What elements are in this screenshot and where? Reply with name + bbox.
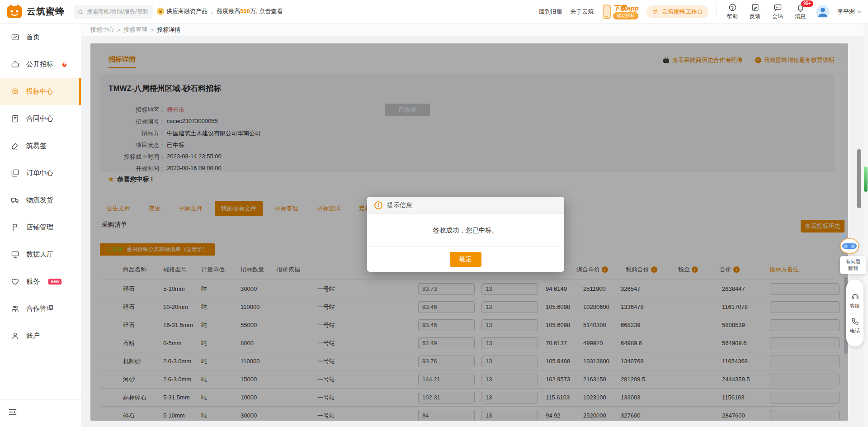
feedback-icon xyxy=(751,3,760,12)
home-icon xyxy=(11,33,19,42)
sidebar-item-heart[interactable]: 服务new xyxy=(0,268,81,295)
search-box[interactable] xyxy=(74,5,153,19)
download-app-label: 下载app xyxy=(613,5,639,12)
sidebar-item-data[interactable]: 数据大厅 xyxy=(0,241,81,268)
sidebar-item-account[interactable]: 账户 xyxy=(0,322,81,349)
swap-icon xyxy=(652,9,659,15)
help-icon xyxy=(728,3,737,12)
sidebar-item-label: 店铺管理 xyxy=(26,223,53,232)
contract-icon xyxy=(11,114,19,123)
user-menu[interactable]: 李平洲 xyxy=(837,8,862,16)
fab-headset[interactable]: 客服 xyxy=(850,292,860,309)
sidebar-item-label: 公开招标 xyxy=(26,60,53,69)
sidebar-item-label: 筑易签 xyxy=(26,142,47,150)
user-name: 李平洲 xyxy=(837,8,855,16)
sidebar-item-briefcase[interactable]: 公开招标 xyxy=(0,51,81,78)
page-scrollbar-track xyxy=(863,24,868,427)
modal-title: 提示信息 xyxy=(387,201,412,209)
sidebar-item-label: 服务 xyxy=(26,277,40,286)
coop-icon xyxy=(11,304,19,313)
assistant-tooltip[interactable]: 有问题 翻我 xyxy=(840,256,866,274)
sidebar-item-label: 合同中心 xyxy=(26,114,53,123)
warning-icon: ! xyxy=(374,201,382,209)
sidebar-item-home[interactable]: 首页 xyxy=(0,24,81,51)
money-icon: ¥ xyxy=(157,8,164,15)
header-right: 回到旧版 关于云筑 下载app 移动投标 云筑蜜蜂工作台 帮助反馈会话消息99+… xyxy=(539,0,862,24)
workspace-label: 云筑蜜蜂工作台 xyxy=(662,8,703,16)
sidebar-item-truck[interactable]: 物流发货 xyxy=(0,186,81,214)
sidebar-item-label: 物流发货 xyxy=(26,196,53,204)
link-old-version[interactable]: 回到旧版 xyxy=(539,8,562,16)
bee-logo-icon xyxy=(6,4,23,19)
header-bell-item[interactable]: 消息99+ xyxy=(792,3,808,20)
mobile-bid-label: 移动投标 xyxy=(613,12,638,19)
unread-badge: 99+ xyxy=(801,0,813,7)
flame-icon xyxy=(61,61,68,68)
sidebar-item-shop[interactable]: 店铺管理 xyxy=(0,214,81,241)
fab-phone[interactable]: 电话 xyxy=(850,317,860,334)
orders-icon xyxy=(11,169,19,177)
breadcrumb: 投标中心>投标管理>投标详情 xyxy=(81,24,868,36)
sidebar-item-target[interactable]: 投标中心 xyxy=(0,78,81,105)
sidebar-item-label: 首页 xyxy=(26,33,40,42)
chevron-down-icon xyxy=(857,10,862,14)
header-divider xyxy=(67,5,67,18)
sidebar-item-label: 账户 xyxy=(26,332,40,340)
header-feedback-item[interactable]: 反馈 xyxy=(747,3,763,20)
mobile-phone-icon xyxy=(601,4,612,19)
data-icon xyxy=(11,250,19,259)
breadcrumb-item[interactable]: 投标中心 xyxy=(90,26,114,34)
header-chat-item[interactable]: 会话 xyxy=(769,3,786,20)
sidebar-item-coop[interactable]: 合作管理 xyxy=(0,295,81,322)
top-header: 云筑蜜蜂 ¥ 供应商融资产品 ， 额度最高500万, 点击查看 回到旧版 关于云… xyxy=(0,0,868,24)
panel-scrollbar-thumb[interactable] xyxy=(857,149,861,208)
shop-icon xyxy=(11,223,19,232)
quick-label: 消息 xyxy=(795,13,806,20)
app: 云筑蜜蜂 ¥ 供应商融资产品 ， 额度最高500万, 点击查看 回到旧版 关于云… xyxy=(0,0,868,427)
avatar[interactable] xyxy=(816,5,830,19)
new-badge: new xyxy=(48,279,61,285)
assistant-bee-mascot[interactable] xyxy=(839,234,861,255)
promo-banner[interactable]: ¥ 供应商融资产品 ， 额度最高500万, 点击查看 xyxy=(157,7,283,15)
sidebar-divider xyxy=(0,399,81,400)
quick-label: 会话 xyxy=(772,13,783,20)
pen-icon xyxy=(11,142,19,150)
sidebar-item-label: 投标中心 xyxy=(26,87,53,96)
headset-icon xyxy=(851,292,859,301)
confirm-button[interactable]: 确定 xyxy=(450,252,481,267)
breadcrumb-item: 投标详情 xyxy=(157,26,180,34)
modal-message: 签收成功，您已中标。 xyxy=(367,214,564,247)
heart-icon xyxy=(11,277,19,286)
header-help-item[interactable]: 帮助 xyxy=(724,3,741,20)
sidebar: 首页公开招标投标中心合同中心筑易签订单中心物流发货店铺管理数据大厅服务new合作… xyxy=(0,24,81,427)
quick-label: 反馈 xyxy=(750,13,760,20)
workspace-button[interactable]: 云筑蜜蜂工作台 xyxy=(646,5,708,18)
download-app-badge[interactable]: 下载app 移动投标 xyxy=(601,2,639,22)
search-icon xyxy=(77,9,84,15)
link-about[interactable]: 关于云筑 xyxy=(570,8,594,16)
truck-icon xyxy=(11,196,19,204)
logo[interactable]: 云筑蜜蜂 xyxy=(6,4,65,19)
target-icon xyxy=(11,87,19,96)
sidebar-item-label: 订单中心 xyxy=(26,169,53,177)
sidebar-item-contract[interactable]: 合同中心 xyxy=(0,105,81,132)
phone-icon xyxy=(851,317,859,326)
prompt-modal: ! 提示信息 签收成功，您已中标。 确定 xyxy=(367,197,564,272)
header-divider xyxy=(716,6,717,18)
promo-text: 供应商融资产品 ， 额度最高500万, 点击查看 xyxy=(166,7,283,15)
sidebar-item-label: 合作管理 xyxy=(26,304,53,313)
contact-fab: 客服电话 xyxy=(846,280,863,346)
collapse-sidebar-icon[interactable] xyxy=(8,408,17,416)
chat-icon xyxy=(774,3,782,12)
breadcrumb-item[interactable]: 投标管理 xyxy=(124,26,147,34)
page-scrollbar-thumb[interactable] xyxy=(864,166,868,192)
briefcase-icon xyxy=(11,60,19,69)
modal-header: ! 提示信息 xyxy=(367,197,564,214)
sidebar-item-orders[interactable]: 订单中心 xyxy=(0,159,81,186)
sidebar-item-pen[interactable]: 筑易签 xyxy=(0,132,81,159)
modal-footer: 确定 xyxy=(367,247,564,271)
quick-label: 帮助 xyxy=(727,13,738,20)
search-input[interactable] xyxy=(87,9,148,15)
logo-text: 云筑蜜蜂 xyxy=(27,5,65,18)
sidebar-item-label: 数据大厅 xyxy=(26,250,53,259)
